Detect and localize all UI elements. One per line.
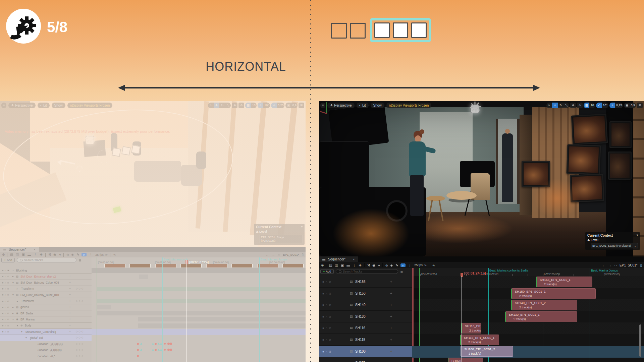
camera-cut-thumbnail[interactable] <box>129 264 151 267</box>
section-bar[interactable] <box>97 299 306 303</box>
track-row[interactable]: ■∩⊘▤SH156+ <box>319 276 412 288</box>
beat-label[interactable]: Beat: Marina Jumps <box>260 258 287 261</box>
camera-icon[interactable]: ▣ <box>341 263 344 267</box>
add-section-icon[interactable]: + <box>390 361 392 362</box>
forward-icon[interactable]: → <box>608 263 611 267</box>
right-timeline[interactable]: [00:00:00:00] [00:02:00:00] [00:04:00:00… <box>412 268 644 362</box>
view-options-icon[interactable]: ◉▾ <box>53 253 56 256</box>
timeline-scrollbar[interactable] <box>639 324 641 357</box>
section-bar[interactable] <box>138 317 306 321</box>
ndisplay-frozen-badge[interactable]: nDisplay Viewports Frozen <box>386 103 432 108</box>
scale-snap-toggle[interactable]: ↗ <box>609 103 615 108</box>
keyframe-nav-icons[interactable]: ◇◇◇ <box>76 349 84 351</box>
forward-icon[interactable]: → <box>272 253 275 256</box>
add-section-icon[interactable]: + <box>390 280 392 284</box>
add-key-icon[interactable]: + <box>69 299 71 303</box>
folder-icon[interactable]: ▱ <box>614 263 617 267</box>
browse-icon[interactable]: ◫ <box>16 253 19 256</box>
shot-section[interactable]: SH115_EP1_SC01_12 track(s) <box>460 335 499 345</box>
settings-icon[interactable]: ⚒▾ <box>367 263 370 267</box>
auto-key-icon[interactable]: ◈ <box>390 263 393 267</box>
save-icon[interactable]: ▤ <box>329 263 332 267</box>
view-options-icon[interactable]: ◉▾ <box>372 263 375 267</box>
render-icon[interactable]: ▬ <box>346 263 350 267</box>
section-bar[interactable] <box>138 336 306 340</box>
move-tool[interactable]: ✛ <box>552 103 558 108</box>
location-value[interactable]: -0,0 <box>50 355 55 358</box>
lit-dropdown[interactable]: ◐Lit <box>357 103 369 108</box>
track-row-selected[interactable]: ■∩⊘▤SH100+ <box>319 346 412 357</box>
playback-options-icon[interactable]: ✶▾ <box>377 263 380 267</box>
left-timeline[interactable]: [00:00:00:00] [00:02:00:00] [00:04:00:00… <box>92 257 306 362</box>
sequencer-tab[interactable]: ▬Sequencer*× <box>319 256 358 262</box>
scale-snap-value[interactable]: 0,25 <box>615 103 623 108</box>
track-row[interactable]: ■∩⊘▤SH150+ <box>319 288 412 299</box>
close-icon[interactable]: × <box>34 248 35 251</box>
add-section-icon[interactable]: + <box>69 311 71 315</box>
chevron-down-icon[interactable]: ▾ <box>637 234 638 237</box>
add-section-icon[interactable]: + <box>390 291 392 295</box>
section-bar-selected[interactable] <box>92 329 306 335</box>
sequence-breadcrumb[interactable]: EP1_SC01* <box>283 253 299 256</box>
snap-more-icon[interactable]: ⋮ <box>89 253 93 256</box>
sequence-breadcrumb[interactable]: EP1_SC01* <box>620 263 637 267</box>
add-track-button[interactable]: +Add <box>320 269 334 274</box>
shot-section[interactable]: SH070_ <box>448 358 483 362</box>
add-key-icon[interactable]: + <box>69 330 71 333</box>
save-icon[interactable]: ▤ <box>10 253 13 256</box>
section-bar[interactable] <box>92 268 306 273</box>
shot-section-selected[interactable]: SH100_EP1_SC01_22 track(s) <box>461 346 513 357</box>
show-dropdown[interactable]: Show <box>371 103 384 108</box>
perspective-dropdown[interactable]: ❖Perspective <box>327 103 354 108</box>
close-icon[interactable]: × <box>353 258 355 261</box>
add-section-icon[interactable]: + <box>390 314 392 318</box>
add-actor-icon[interactable]: ✚ <box>359 263 361 267</box>
camera-cut-thumbnail[interactable] <box>104 264 125 267</box>
camera-speed-icon[interactable]: ▣ <box>624 103 630 108</box>
filter-icon[interactable]: ≣ <box>78 258 81 262</box>
angle-snap-toggle[interactable]: ∠ <box>596 103 602 108</box>
camera-speed-value[interactable]: 0,9 <box>630 103 636 108</box>
rotate-tool[interactable]: ↻ <box>558 103 564 108</box>
beat-marker-line[interactable] <box>259 257 260 362</box>
camera-cut-thumbnail[interactable] <box>282 264 304 267</box>
snap-magnet-toggle[interactable]: ∩ <box>82 253 87 256</box>
lock-icon[interactable]: ▯ <box>640 263 642 267</box>
shot-section[interactable]: SH150_EP1_SC01_12 track(s) <box>511 288 596 299</box>
add-section-icon[interactable]: + <box>390 338 392 342</box>
right-viewport[interactable]: -Y ≡ ❖Perspective ◐Lit Show nDisplay Vie… <box>319 101 644 256</box>
folder-icon[interactable]: ▱ <box>278 253 280 256</box>
keyframe-options-icon[interactable]: ◇▾ <box>66 253 68 256</box>
track-row[interactable]: ■∩⊘▤SH140+ <box>319 299 412 311</box>
browse-icon[interactable]: ◫ <box>335 263 338 267</box>
back-icon[interactable]: ← <box>266 253 269 256</box>
edit-mode-icon[interactable]: ✎▾ <box>395 263 398 267</box>
snap-magnet-toggle[interactable]: ∩ <box>400 263 406 267</box>
track-row[interactable]: ■∩⊘▤SH130+ <box>319 311 412 322</box>
camera-cut-thumbnail[interactable] <box>180 264 202 267</box>
track-row[interactable]: ■∩⊘▤SH115+ <box>319 334 412 346</box>
add-section-icon[interactable]: + <box>69 275 71 278</box>
camera-cut-thumbnail[interactable] <box>257 264 278 267</box>
world-dropdown[interactable]: ⊙▾ <box>321 263 323 267</box>
add-section-icon[interactable]: + <box>390 349 392 353</box>
snap-more-icon[interactable]: ⋮ <box>408 263 412 267</box>
location-value[interactable]: 4,184887 <box>50 348 62 352</box>
curve-editor-icon[interactable]: ∿ <box>432 263 435 267</box>
edit-mode-icon[interactable]: ✎▾ <box>76 253 79 256</box>
more-icon[interactable]: ⋮ <box>34 253 37 256</box>
add-key-icon[interactable]: + <box>69 287 71 290</box>
track-row[interactable]: ■∩⊘▤SH116+ <box>319 322 412 334</box>
track-row[interactable]: ■∩⊘▤SH070+ <box>319 357 412 362</box>
world-space-toggle[interactable]: ⊕ <box>570 103 576 108</box>
camera-cut-thumbnail[interactable] <box>206 264 227 267</box>
add-section-icon[interactable]: + <box>390 303 392 307</box>
add-section-icon[interactable]: + <box>69 324 71 327</box>
more-icon[interactable]: ⋮ <box>353 263 356 267</box>
camera-cut-thumbnail[interactable] <box>231 264 253 267</box>
add-section-icon[interactable]: + <box>390 326 392 330</box>
lock-icon[interactable]: ▯ <box>302 253 304 256</box>
curve-editor-icon[interactable]: ∿ <box>113 253 116 256</box>
scale-tool[interactable]: ⤡ <box>564 103 569 108</box>
keyframe-nav-icons[interactable]: ◇◇◇ <box>76 343 84 345</box>
